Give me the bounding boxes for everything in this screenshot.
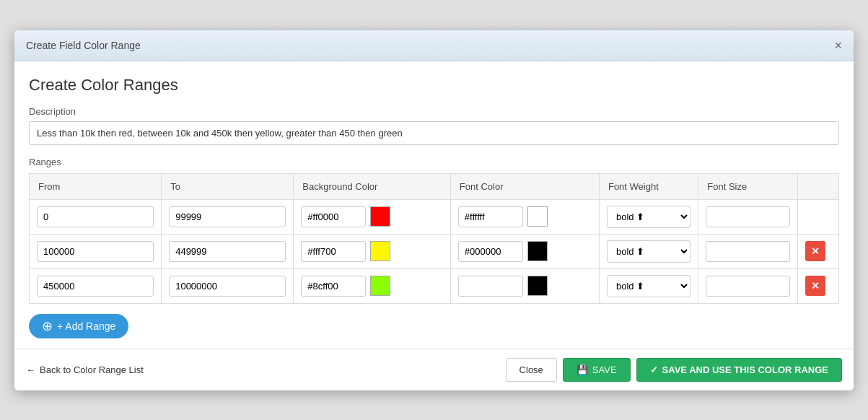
from-cell	[30, 234, 162, 268]
col-bg-color: Background Color	[294, 173, 451, 199]
delete-row-button[interactable]: ✕	[805, 276, 825, 296]
description-label: Description	[29, 106, 839, 117]
font-color-input[interactable]	[458, 276, 523, 297]
to-input[interactable]	[169, 276, 286, 297]
bg-color-swatch[interactable]	[370, 241, 390, 261]
bg-color-input[interactable]	[301, 206, 366, 227]
font-weight-cell: bold ⬆ normal	[599, 199, 698, 234]
back-arrow-icon: ←	[26, 364, 35, 375]
col-font-weight: Font Weight	[599, 173, 698, 199]
font-size-cell	[698, 234, 797, 268]
font-color-swatch[interactable]	[527, 206, 548, 227]
font-weight-cell: bold ⬆ normal	[599, 268, 698, 303]
check-icon: ✓	[650, 364, 658, 375]
font-size-input[interactable]	[706, 276, 789, 297]
modal-footer: ← Back to Color Range List Close 💾 SAVE …	[14, 349, 854, 390]
font-color-input[interactable]	[458, 241, 523, 262]
save-and-use-label: SAVE AND USE THIS COLOR RANGE	[662, 364, 828, 375]
modal-title: Create Field Color Range	[26, 40, 141, 51]
add-range-button[interactable]: ⊕ + Add Range	[29, 314, 128, 338]
delete-cell: ✕	[797, 268, 838, 303]
from-input[interactable]	[37, 206, 154, 227]
bg-color-swatch[interactable]	[370, 276, 390, 296]
back-to-list-button[interactable]: ← Back to Color Range List	[26, 364, 144, 375]
to-cell	[162, 199, 294, 234]
col-font-size: Font Size	[698, 173, 797, 199]
font-weight-select[interactable]: bold ⬆ normal	[607, 206, 691, 228]
bg-color-swatch[interactable]	[370, 206, 390, 227]
bg-color-input[interactable]	[301, 276, 366, 297]
delete-cell	[797, 199, 838, 234]
bg-color-cell	[294, 234, 451, 268]
bg-color-cell	[294, 268, 451, 303]
footer-right-actions: Close 💾 SAVE ✓ SAVE AND USE THIS COLOR R…	[506, 358, 842, 382]
save-label: SAVE	[592, 364, 617, 375]
save-and-use-button[interactable]: ✓ SAVE AND USE THIS COLOR RANGE	[636, 358, 842, 382]
font-weight-cell: bold ⬆ normal	[599, 234, 698, 268]
ranges-table: From To Background Color Font Color Font…	[29, 173, 839, 304]
modal-container: Create Field Color Range × Create Color …	[14, 30, 854, 390]
save-button[interactable]: 💾 SAVE	[563, 358, 631, 382]
col-font-color: Font Color	[450, 173, 599, 199]
font-weight-select[interactable]: bold ⬆ normal	[607, 275, 691, 297]
from-cell	[30, 199, 162, 234]
from-input[interactable]	[37, 241, 154, 262]
col-delete	[797, 173, 838, 199]
modal-close-button[interactable]: ×	[834, 39, 842, 52]
modal-body: Create Color Ranges Description Ranges F…	[14, 61, 854, 338]
font-weight-select[interactable]: bold ⬆ normal	[607, 240, 691, 263]
font-color-swatch[interactable]	[527, 241, 548, 261]
font-color-input[interactable]	[458, 206, 523, 227]
from-input[interactable]	[37, 276, 154, 297]
plus-icon: ⊕	[42, 320, 53, 333]
ranges-label: Ranges	[29, 157, 839, 167]
col-from: From	[30, 173, 162, 199]
save-disk-icon: 💾	[577, 364, 588, 375]
delete-row-button[interactable]: ✕	[805, 241, 825, 261]
bg-color-cell	[294, 199, 451, 234]
table-row: bold ⬆ normal ✕	[30, 268, 839, 303]
font-size-cell	[698, 268, 797, 303]
back-to-list-label: Back to Color Range List	[40, 364, 144, 375]
to-input[interactable]	[169, 206, 286, 227]
modal-header: Create Field Color Range ×	[14, 30, 854, 61]
font-color-cell	[450, 199, 599, 234]
description-input[interactable]	[29, 121, 839, 145]
to-cell	[162, 268, 294, 303]
page-title: Create Color Ranges	[29, 76, 839, 95]
font-size-input[interactable]	[706, 206, 789, 227]
add-range-label: + Add Range	[57, 320, 115, 332]
table-row: bold ⬆ normal	[30, 199, 839, 234]
to-cell	[162, 234, 294, 268]
font-color-cell	[450, 268, 599, 303]
font-size-cell	[698, 199, 797, 234]
close-button[interactable]: Close	[506, 358, 557, 382]
col-to: To	[162, 173, 294, 199]
font-color-swatch[interactable]	[527, 276, 548, 296]
to-input[interactable]	[169, 241, 286, 262]
font-color-cell	[450, 234, 599, 268]
font-size-input[interactable]	[706, 241, 789, 262]
from-cell	[30, 268, 162, 303]
table-row: bold ⬆ normal ✕	[30, 234, 839, 268]
bg-color-input[interactable]	[301, 241, 366, 262]
delete-cell: ✕	[797, 234, 838, 268]
